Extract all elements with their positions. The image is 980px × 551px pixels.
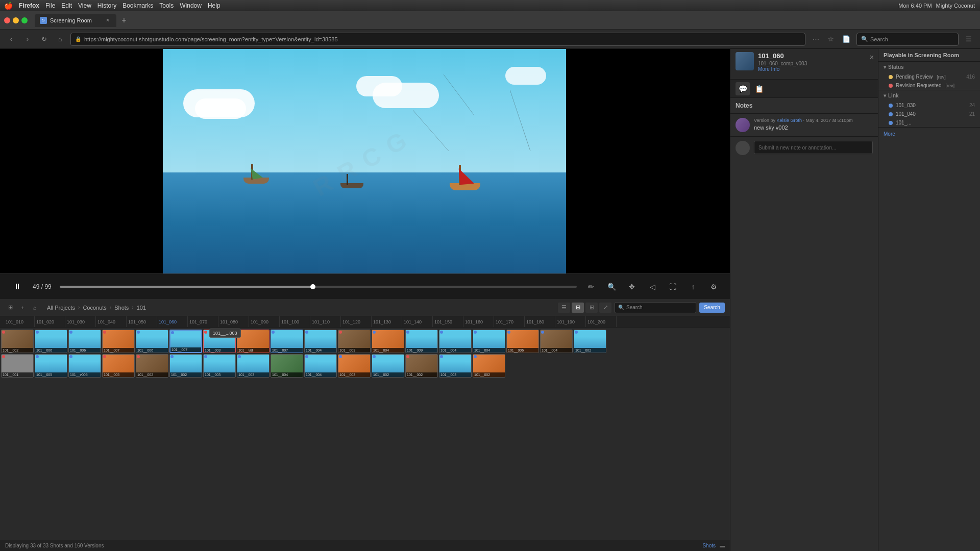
filter-pending-review[interactable]: Pending Review [rev] 416 [878,72,980,81]
thumb-item[interactable]: 101__004 [540,330,573,353]
thumb-item[interactable]: 101__009 [405,330,438,353]
filter-link-101x[interactable]: 101_... [878,118,980,127]
new-tab-button[interactable]: + [118,15,130,26]
thumb-item[interactable]: 101__003 [338,330,371,353]
menu-view[interactable]: View [78,2,91,9]
thumb-item[interactable]: 101__002 [1,330,34,353]
thumb-item[interactable]: 101__004 [271,354,303,378]
grid-icon[interactable]: ⊞ [5,303,15,313]
thumb-item[interactable]: 101__006 [68,330,101,353]
thumb-item[interactable]: 101__002 [169,354,202,378]
share-button[interactable]: ↑ [687,281,699,293]
thumb-item[interactable]: 101__007 [102,330,135,353]
reload-button[interactable]: ↻ [38,33,50,45]
browser-search-bar[interactable]: 🔍 Search [856,33,959,46]
thumb-item[interactable]: 101__006 [506,330,539,353]
menu-window[interactable]: Window [180,2,202,9]
home-button[interactable]: ⌂ [54,33,66,45]
bc-coconuts[interactable]: Coconuts [83,305,106,311]
bc-101[interactable]: 101 [137,305,146,311]
thumb-item[interactable]: 101__003 [203,330,236,353]
pan-tool[interactable]: ✥ [626,281,638,293]
filter-header: Playable in Screening Room [878,49,980,62]
shot-label-080: 101_080 [218,316,249,327]
view-thumb-button[interactable]: ⊞ [585,303,598,313]
thumb-item-selected[interactable]: 101__007 [169,330,202,353]
menu-file[interactable]: File [45,2,55,9]
note-input-field[interactable]: Submit a new note or annotation... [754,141,873,154]
zoom-tool[interactable]: 🔍 [605,281,618,293]
filter-link-101040[interactable]: 101_040 21 [878,110,980,118]
thumb-item[interactable]: 101__004 [304,354,337,378]
panel-tab-versions[interactable]: 📋 [752,82,766,95]
thumb-item[interactable]: 101__002 [574,330,606,353]
apple-menu[interactable]: 🍎 [4,2,13,10]
fullscreen-button[interactable]: ⛶ [667,281,679,293]
filter-link-101030[interactable]: 101_030 24 [878,101,980,110]
minimize-window-button[interactable] [13,17,19,23]
forward-button[interactable]: › [21,33,34,45]
filter-status-header[interactable]: ▾ Status [878,62,980,72]
thumb-item[interactable]: 101__003 [237,354,270,378]
filter-revision-requested[interactable]: Revision Requested [rev] [878,81,980,90]
thumb-item[interactable]: 101__006 [136,330,168,353]
menu-history[interactable]: History [97,2,116,9]
thumb-item[interactable]: 101__vid [237,330,270,353]
thumb-item[interactable]: 101__002 [405,354,438,378]
bookmark-button[interactable]: ☆ [825,33,837,45]
pause-button[interactable]: ⏸ [10,280,24,294]
thumb-label: 101__002 [574,348,606,353]
menu-edit[interactable]: Edit [61,2,72,9]
view-list-button[interactable]: ☰ [558,303,570,313]
thumb-item[interactable]: 101__004 [372,330,404,353]
thumb-item[interactable]: 101__004 [439,330,472,353]
view-grid-button[interactable]: ⊟ [572,303,584,313]
thumbnail-search[interactable]: 🔍 Search [615,302,696,313]
add-icon[interactable]: + [17,303,28,313]
filter-link-header[interactable]: ▾ Link [878,90,980,101]
bc-shots[interactable]: Shots [114,305,129,311]
panel-more-info-link[interactable]: More Info [758,66,873,72]
tab-close-button[interactable]: × [104,17,111,24]
progress-bar[interactable] [60,286,577,288]
panel-tab-notes[interactable]: 💬 [736,82,750,95]
menu-tools[interactable]: Tools [159,2,174,9]
audio-tool[interactable]: ◁ [646,281,658,293]
thumb-item[interactable]: 101__v005 [68,354,101,378]
thumb-item[interactable]: 101__003 [338,354,371,378]
filter-more-button[interactable]: More [884,131,895,137]
bc-all-projects[interactable]: All Projects [47,305,75,311]
url-bar[interactable]: 🔒 https://mightycoconut.shotgunstudio.co… [70,33,805,46]
thumb-item[interactable]: 101__006 [35,330,67,353]
thumb-item[interactable]: 101__002 [473,354,505,378]
tab-screening-room[interactable]: S Screening Room × [35,14,116,27]
annotation-tool[interactable]: ✏ [585,281,597,293]
settings-button[interactable]: ⚙ [707,281,720,293]
home-bc-icon[interactable]: ⌂ [30,303,40,313]
extensions-button[interactable]: ⋯ [810,33,822,45]
thumb-item[interactable]: 101__002 [372,354,404,378]
thumbnail-rows[interactable]: 101__002 101__006 101__006 [0,328,730,540]
view-expand-button[interactable]: ⤢ [599,303,611,313]
thumb-item[interactable]: 101__003 [203,354,236,378]
reader-button[interactable]: 📄 [840,33,852,45]
back-button[interactable]: ‹ [5,33,17,45]
thumb-item[interactable]: 101__005 [35,354,67,378]
fullscreen-window-button[interactable] [21,17,28,23]
thumb-item[interactable]: 101__001 [1,354,34,378]
search-submit-button[interactable]: Search [699,303,725,313]
close-window-button[interactable] [4,17,10,23]
thumb-item[interactable]: 101__003 [439,354,472,378]
panel-close-button[interactable]: × [870,53,874,61]
thumb-item[interactable]: 101__002 [136,354,168,378]
hamburger-menu[interactable]: ☰ [963,33,975,45]
app-name[interactable]: Firefox [19,2,39,9]
shots-button[interactable]: Shots [702,543,716,548]
menu-help[interactable]: Help [208,2,220,9]
thumb-item[interactable]: 101__007 [271,330,303,353]
thumb-item[interactable]: 101__004 [473,330,505,353]
menu-bookmarks[interactable]: Bookmarks [122,2,153,9]
thumb-item[interactable]: 101__004 [304,330,337,353]
thumb-item[interactable]: 101__005 [102,354,135,378]
note-author-link[interactable]: Kelsie Groth [777,118,802,123]
